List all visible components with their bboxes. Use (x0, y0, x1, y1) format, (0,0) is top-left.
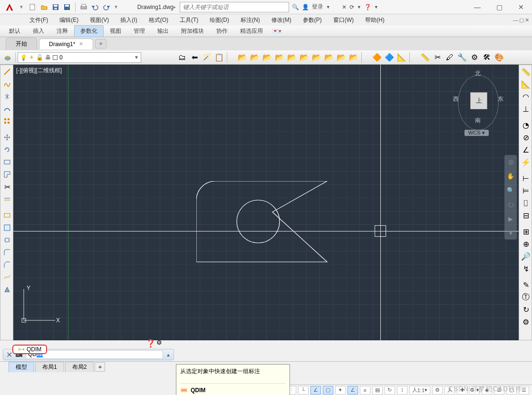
compass-east[interactable]: 东 (498, 95, 503, 103)
layer-tool-3-icon[interactable]: 📂 (261, 52, 273, 63)
fillet-tool-icon[interactable] (1, 247, 13, 258)
search-input[interactable] (180, 4, 289, 10)
tolerance-icon[interactable]: ⊞ (520, 226, 532, 237)
dim-text-edit-icon[interactable]: Ⓣ (520, 291, 532, 303)
menu-file[interactable]: 文件(F) (24, 15, 54, 25)
layer-state-2-icon[interactable]: 🔷 (384, 52, 395, 63)
draw-tool-2-icon[interactable]: ✂ (432, 52, 443, 63)
maximize-button[interactable]: ▢ (488, 0, 510, 14)
status-annomonitor-icon[interactable]: ✚ (457, 386, 467, 395)
status-lwdisplay-icon[interactable]: ≡ (360, 386, 370, 395)
ribbon-tab-output[interactable]: 输出 (151, 25, 175, 37)
draw-tool-1-icon[interactable]: 📏 (419, 52, 431, 63)
layer-state-3-icon[interactable]: 📐 (396, 52, 407, 63)
plot-icon[interactable] (78, 2, 89, 12)
layer-tool-4-icon[interactable]: 📂 (274, 52, 285, 63)
qat-caret-icon[interactable]: ▼ (114, 4, 118, 10)
draw-tool-3-icon[interactable]: 🖊 (444, 52, 455, 63)
nav-pan-icon[interactable]: ✋ (506, 171, 515, 181)
ribbon-tab-insert[interactable]: 插入 (27, 25, 50, 37)
menu-tools[interactable]: 工具(T) (174, 15, 204, 25)
compass-north[interactable]: 北 (475, 69, 481, 77)
nav-orbit-icon[interactable]: ⭮ (506, 200, 515, 209)
dim-break-icon[interactable]: ⊟ (520, 210, 532, 221)
search-icon[interactable]: 🔍 (292, 4, 299, 10)
viewport-label[interactable]: [-][俯视][二维线框] (16, 67, 62, 75)
dim-ordinate-icon[interactable]: ⊥ (520, 103, 532, 115)
draw-tool-5-icon[interactable]: ⚙ (469, 52, 480, 63)
menu-parametric[interactable]: 参数(P) (297, 15, 328, 25)
menu-dimension[interactable]: 标注(N) (235, 15, 266, 25)
dim-linear-icon[interactable]: 📏 (520, 66, 532, 77)
mdi-close-icon[interactable]: ✕ (525, 17, 529, 23)
wcs-label[interactable]: WCS ▾ (464, 130, 489, 136)
dim-edit-icon[interactable]: ✎ (520, 279, 532, 290)
layer-state-1-icon[interactable]: 🔶 (371, 52, 383, 63)
ribbon-tab-default[interactable]: 默认 (3, 25, 27, 37)
region-tool-icon[interactable] (1, 222, 13, 233)
jog-line-icon[interactable]: ↯ (520, 263, 532, 274)
dim-diameter-icon[interactable]: ⊘ (520, 132, 532, 143)
dim-jogged-icon[interactable]: ⚡ (520, 156, 532, 168)
layer-tool-9-icon[interactable]: 📂 (336, 52, 347, 63)
layer-tool-1-icon[interactable]: 📂 (237, 52, 248, 63)
save-icon[interactable] (50, 2, 61, 12)
help-icon[interactable]: ❓ (364, 4, 371, 10)
layer-match-icon[interactable]: 🪄 (201, 52, 213, 63)
new-icon[interactable] (28, 2, 38, 12)
draw-tool-7-icon[interactable]: 🎨 (493, 52, 505, 63)
close-button[interactable]: ✕ (510, 0, 532, 14)
menu-edit[interactable]: 编辑(E) (54, 15, 84, 25)
layout-tab-add-button[interactable]: ＋ (95, 362, 105, 372)
compass-west[interactable]: 西 (453, 95, 459, 103)
status-cleanscreen-icon[interactable]: ▢ (506, 386, 517, 395)
line-tool-icon[interactable] (1, 66, 13, 77)
ribbon-tab-parametric[interactable]: 参数化 (74, 25, 104, 37)
nav-more-icon[interactable]: ▾ (506, 228, 515, 238)
solid-tool-icon[interactable] (1, 284, 13, 295)
cmd-settings-icon[interactable]: ⚙ (156, 339, 162, 348)
dim-update-icon[interactable]: ↻ (520, 304, 532, 315)
app-menu-caret[interactable]: ▼ (19, 4, 24, 10)
app-menu-button[interactable] (0, 0, 19, 14)
ribbon-tab-collab[interactable]: 协作 (210, 25, 234, 37)
layer-walk-icon[interactable]: 📋 (213, 52, 225, 63)
login-button[interactable]: 登录 (312, 3, 323, 11)
status-workspace-icon[interactable]: ⚙ ▾ (469, 386, 480, 395)
status-cycling-icon[interactable]: ↻ (385, 386, 395, 395)
exchange-icon[interactable]: ✕ (342, 4, 347, 10)
doc-tab-drawing1[interactable]: Drawing1* ✕ (39, 39, 93, 49)
doc-tab-add-button[interactable]: ＋ (95, 39, 106, 48)
layer-tool-8-icon[interactable]: 📂 (323, 52, 335, 63)
ribbon-tab-addins[interactable]: 附加模块 (175, 25, 210, 37)
layer-tool-5-icon[interactable]: 📂 (286, 52, 298, 63)
dim-angular-icon[interactable]: ∠ (520, 144, 532, 155)
saveas-icon[interactable] (62, 2, 72, 12)
move-tool-icon[interactable] (1, 132, 13, 143)
rotate-tool-icon[interactable] (1, 144, 13, 155)
menu-modify[interactable]: 修改(M) (266, 15, 297, 25)
menu-format[interactable]: 格式(O) (143, 15, 174, 25)
status-hardware-icon[interactable]: ☰ (494, 386, 504, 395)
menu-insert[interactable]: 插入(I) (115, 15, 143, 25)
spline-tool-icon[interactable] (1, 271, 13, 283)
menu-help[interactable]: 帮助(H) (359, 15, 390, 25)
status-isoplane-icon[interactable]: ◈ (482, 386, 492, 395)
undo-icon[interactable] (90, 2, 100, 12)
chamfer-tool-icon[interactable] (1, 259, 13, 270)
ribbon-tab-featured[interactable]: 精选应用 (234, 25, 269, 37)
doc-tab-start[interactable]: 开始 (6, 38, 37, 50)
ribbon-expand-icon[interactable]: 💌▾ (272, 28, 281, 34)
scissors-tool-icon[interactable]: ✂ (1, 181, 13, 193)
layer-prev-icon[interactable]: ⬅ (189, 52, 200, 63)
ribbon-tab-annotate[interactable]: 注释 (50, 25, 74, 37)
status-3dosnap-icon[interactable]: ✦ (335, 386, 346, 395)
cmd-close-icon[interactable]: ✕ (6, 350, 12, 359)
compass-south[interactable]: 南 (475, 116, 481, 125)
draw-tool-4-icon[interactable]: 🔧 (456, 52, 468, 63)
status-customize-icon[interactable]: ☰ (519, 386, 529, 395)
dim-arc-icon[interactable]: ◠ (520, 91, 532, 102)
status-transparency-icon[interactable]: ▤ (372, 386, 383, 395)
dim-style-icon[interactable]: ⚙ (520, 316, 532, 328)
command-suggestion[interactable]: QDIM (12, 345, 47, 354)
